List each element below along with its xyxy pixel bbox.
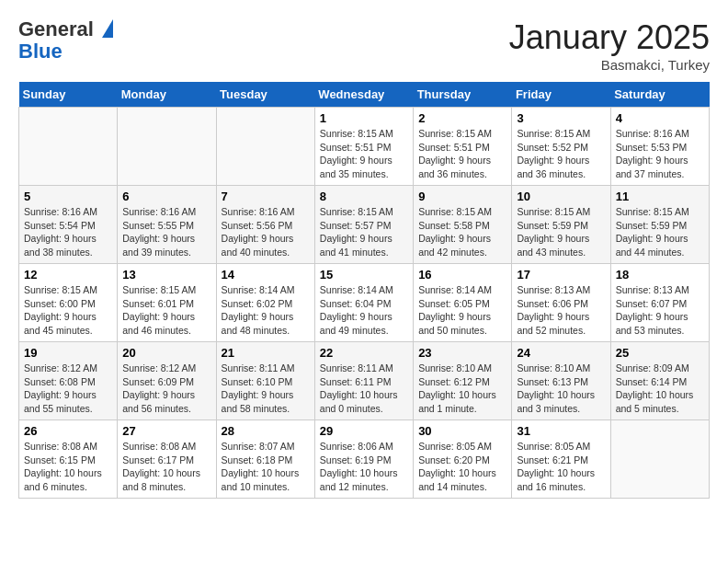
- calendar-cell: 22Sunrise: 8:11 AM Sunset: 6:11 PM Dayli…: [314, 342, 413, 420]
- calendar-cell: 15Sunrise: 8:14 AM Sunset: 6:04 PM Dayli…: [314, 264, 413, 342]
- calendar-cell: 14Sunrise: 8:14 AM Sunset: 6:02 PM Dayli…: [216, 264, 314, 342]
- calendar-cell: 9Sunrise: 8:15 AM Sunset: 5:58 PM Daylig…: [414, 186, 512, 264]
- day-info: Sunrise: 8:14 AM Sunset: 6:05 PM Dayligh…: [418, 283, 506, 338]
- location-subtitle: Basmakci, Turkey: [509, 57, 710, 73]
- month-title: January 2025: [509, 18, 710, 57]
- day-number: 22: [320, 346, 408, 360]
- calendar-cell: 24Sunrise: 8:10 AM Sunset: 6:13 PM Dayli…: [512, 342, 610, 420]
- weekday-header-wednesday: Wednesday: [314, 82, 413, 108]
- day-info: Sunrise: 8:10 AM Sunset: 6:13 PM Dayligh…: [517, 362, 605, 416]
- calendar-cell: 23Sunrise: 8:10 AM Sunset: 6:12 PM Dayli…: [414, 342, 512, 420]
- calendar-week-1: 1Sunrise: 8:15 AM Sunset: 5:51 PM Daylig…: [19, 108, 710, 186]
- day-number: 2: [418, 111, 506, 125]
- day-info: Sunrise: 8:11 AM Sunset: 6:10 PM Dayligh…: [222, 362, 310, 416]
- day-number: 19: [24, 346, 112, 360]
- day-number: 25: [616, 346, 704, 360]
- day-number: 23: [418, 346, 506, 360]
- weekday-header-friday: Friday: [512, 82, 610, 108]
- day-info: Sunrise: 8:15 AM Sunset: 5:59 PM Dayligh…: [616, 205, 704, 259]
- day-info: Sunrise: 8:15 AM Sunset: 5:58 PM Dayligh…: [418, 205, 506, 259]
- day-number: 12: [24, 268, 112, 282]
- calendar-cell: [610, 420, 709, 499]
- day-number: 28: [222, 424, 310, 438]
- day-number: 9: [418, 190, 506, 203]
- calendar-cell: 11Sunrise: 8:15 AM Sunset: 5:59 PM Dayli…: [610, 186, 709, 264]
- day-info: Sunrise: 8:07 AM Sunset: 6:18 PM Dayligh…: [222, 440, 310, 494]
- day-number: 20: [122, 346, 210, 360]
- day-info: Sunrise: 8:12 AM Sunset: 6:08 PM Dayligh…: [24, 362, 112, 416]
- title-block: January 2025 Basmakci, Turkey: [509, 18, 710, 73]
- day-number: 30: [418, 424, 506, 438]
- calendar-cell: 20Sunrise: 8:12 AM Sunset: 6:09 PM Dayli…: [118, 342, 216, 420]
- calendar-cell: [118, 108, 216, 186]
- calendar-header-row: SundayMondayTuesdayWednesdayThursdayFrid…: [19, 82, 710, 108]
- day-number: 17: [517, 268, 605, 282]
- day-info: Sunrise: 8:15 AM Sunset: 5:52 PM Dayligh…: [517, 127, 605, 181]
- calendar-cell: 31Sunrise: 8:05 AM Sunset: 6:21 PM Dayli…: [512, 420, 610, 499]
- day-info: Sunrise: 8:13 AM Sunset: 6:06 PM Dayligh…: [517, 283, 605, 338]
- day-info: Sunrise: 8:11 AM Sunset: 6:11 PM Dayligh…: [320, 362, 408, 416]
- weekday-header-sunday: Sunday: [19, 82, 118, 108]
- calendar-table: SundayMondayTuesdayWednesdayThursdayFrid…: [18, 82, 710, 499]
- day-number: 11: [616, 190, 704, 203]
- day-info: Sunrise: 8:16 AM Sunset: 5:56 PM Dayligh…: [222, 205, 310, 259]
- calendar-cell: [19, 108, 118, 186]
- calendar-week-2: 5Sunrise: 8:16 AM Sunset: 5:54 PM Daylig…: [19, 186, 710, 264]
- day-number: 10: [517, 190, 605, 203]
- calendar-week-4: 19Sunrise: 8:12 AM Sunset: 6:08 PM Dayli…: [19, 342, 710, 420]
- day-info: Sunrise: 8:08 AM Sunset: 6:15 PM Dayligh…: [24, 440, 112, 494]
- day-info: Sunrise: 8:05 AM Sunset: 6:20 PM Dayligh…: [418, 440, 506, 494]
- calendar-cell: 19Sunrise: 8:12 AM Sunset: 6:08 PM Dayli…: [19, 342, 118, 420]
- calendar-cell: [216, 108, 314, 186]
- day-info: Sunrise: 8:15 AM Sunset: 5:51 PM Dayligh…: [320, 127, 408, 181]
- weekday-header-thursday: Thursday: [414, 82, 512, 108]
- day-info: Sunrise: 8:05 AM Sunset: 6:21 PM Dayligh…: [517, 440, 605, 494]
- weekday-header-saturday: Saturday: [610, 82, 709, 108]
- logo: General Blue: [18, 18, 113, 63]
- day-number: 13: [122, 268, 210, 282]
- day-info: Sunrise: 8:14 AM Sunset: 6:04 PM Dayligh…: [320, 283, 408, 338]
- day-number: 14: [222, 268, 310, 282]
- calendar-cell: 25Sunrise: 8:09 AM Sunset: 6:14 PM Dayli…: [610, 342, 709, 420]
- day-info: Sunrise: 8:15 AM Sunset: 5:57 PM Dayligh…: [320, 205, 408, 259]
- day-number: 6: [122, 190, 210, 203]
- day-info: Sunrise: 8:15 AM Sunset: 6:00 PM Dayligh…: [24, 283, 112, 338]
- calendar-week-5: 26Sunrise: 8:08 AM Sunset: 6:15 PM Dayli…: [19, 420, 710, 499]
- day-number: 26: [24, 424, 112, 438]
- day-number: 8: [320, 190, 408, 203]
- calendar-cell: 4Sunrise: 8:16 AM Sunset: 5:53 PM Daylig…: [610, 108, 709, 186]
- day-info: Sunrise: 8:13 AM Sunset: 6:07 PM Dayligh…: [616, 283, 704, 338]
- calendar-cell: 3Sunrise: 8:15 AM Sunset: 5:52 PM Daylig…: [512, 108, 610, 186]
- logo-text-block: General Blue: [18, 18, 113, 63]
- calendar-cell: 13Sunrise: 8:15 AM Sunset: 6:01 PM Dayli…: [118, 264, 216, 342]
- day-number: 29: [320, 424, 408, 438]
- day-info: Sunrise: 8:12 AM Sunset: 6:09 PM Dayligh…: [122, 362, 210, 416]
- day-number: 16: [418, 268, 506, 282]
- calendar-cell: 21Sunrise: 8:11 AM Sunset: 6:10 PM Dayli…: [216, 342, 314, 420]
- day-number: 15: [320, 268, 408, 282]
- day-info: Sunrise: 8:10 AM Sunset: 6:12 PM Dayligh…: [418, 362, 506, 416]
- day-info: Sunrise: 8:16 AM Sunset: 5:54 PM Dayligh…: [24, 205, 112, 259]
- day-number: 1: [320, 111, 408, 125]
- day-number: 18: [616, 268, 704, 282]
- calendar-cell: 27Sunrise: 8:08 AM Sunset: 6:17 PM Dayli…: [118, 420, 216, 499]
- calendar-cell: 29Sunrise: 8:06 AM Sunset: 6:19 PM Dayli…: [314, 420, 413, 499]
- logo-general: General: [18, 18, 113, 40]
- calendar-cell: 26Sunrise: 8:08 AM Sunset: 6:15 PM Dayli…: [19, 420, 118, 499]
- day-number: 31: [517, 424, 605, 438]
- day-number: 5: [24, 190, 112, 203]
- calendar-cell: 1Sunrise: 8:15 AM Sunset: 5:51 PM Daylig…: [314, 108, 413, 186]
- page-header: General Blue January 2025 Basmakci, Turk…: [18, 18, 710, 73]
- day-number: 27: [122, 424, 210, 438]
- calendar-cell: 10Sunrise: 8:15 AM Sunset: 5:59 PM Dayli…: [512, 186, 610, 264]
- logo-blue: Blue: [18, 40, 113, 63]
- logo-triangle-icon: [102, 19, 113, 38]
- calendar-cell: 7Sunrise: 8:16 AM Sunset: 5:56 PM Daylig…: [216, 186, 314, 264]
- day-info: Sunrise: 8:15 AM Sunset: 5:51 PM Dayligh…: [418, 127, 506, 181]
- calendar-cell: 5Sunrise: 8:16 AM Sunset: 5:54 PM Daylig…: [19, 186, 118, 264]
- day-number: 3: [517, 111, 605, 125]
- calendar-week-3: 12Sunrise: 8:15 AM Sunset: 6:00 PM Dayli…: [19, 264, 710, 342]
- day-number: 7: [222, 190, 310, 203]
- calendar-cell: 2Sunrise: 8:15 AM Sunset: 5:51 PM Daylig…: [414, 108, 512, 186]
- day-number: 21: [222, 346, 310, 360]
